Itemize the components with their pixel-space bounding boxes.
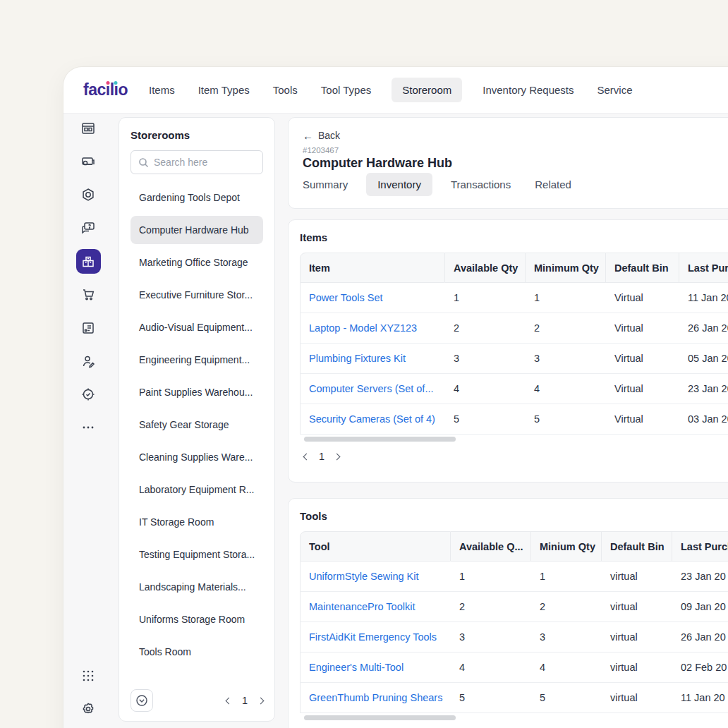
minimum-qty-cell: 1 xyxy=(526,283,606,313)
storeroom-list-item[interactable]: Engineering Equipment... xyxy=(131,346,263,374)
table-row: Security Cameras (Set of 4) 5 5 Virtual … xyxy=(300,404,728,435)
tool-link[interactable]: GreenThumb Pruning Shears xyxy=(300,683,451,713)
storeroom-list-item[interactable]: Uniforms Storage Room xyxy=(131,605,263,633)
storerooms-search-input[interactable] xyxy=(154,157,255,168)
storeroom-list-item[interactable]: Marketing Office Storage xyxy=(131,248,263,277)
minimum-qty-cell: 4 xyxy=(531,653,602,683)
nav-item-storeroom[interactable]: Storeroom xyxy=(392,78,462,102)
item-link[interactable]: Power Tools Set xyxy=(300,283,445,313)
minimum-qty-cell: 5 xyxy=(531,683,602,713)
tab-inventory[interactable]: Inventory xyxy=(366,173,432,196)
last-purchased-cell: 03 Jan 20 xyxy=(679,404,728,435)
storeroom-list-item[interactable]: Paint Supplies Warehou... xyxy=(131,378,263,406)
column-header-last-purchased: Last Purch xyxy=(672,531,728,562)
table-row: Engineer's Multi-Tool 4 4 virtual 02 Feb… xyxy=(300,653,728,683)
available-qty-cell: 4 xyxy=(445,374,526,404)
column-header-minimum-qty: Minium Qty xyxy=(531,531,602,562)
facilio-logo[interactable]: facılıo xyxy=(83,80,128,99)
tools-table: Tool Available Q... Minium Qty Default B… xyxy=(300,531,728,713)
storerooms-panel: Storerooms Gardening Tools Depot Compute… xyxy=(119,117,275,722)
nav-item-service[interactable]: Service xyxy=(597,84,633,96)
nav-item-tools[interactable]: Tools xyxy=(273,84,298,96)
back-button[interactable]: ← Back xyxy=(303,130,340,141)
items-section-card: Items Item Available Qty Minimum Qty Def… xyxy=(288,219,728,483)
hscrollbar-thumb[interactable] xyxy=(304,437,456,442)
collapse-panel-button[interactable] xyxy=(131,689,153,712)
page-title: Computer Hardware Hub xyxy=(303,156,728,171)
items-table-header-row: Item Available Qty Minimum Qty Default B… xyxy=(300,253,728,283)
requests-chat-icon[interactable] xyxy=(76,219,100,236)
current-page[interactable]: 1 xyxy=(319,451,324,462)
table-row: Power Tools Set 1 1 Virtual 11 Jan 20 xyxy=(300,283,728,313)
nav-item-item-types[interactable]: Item Types xyxy=(198,84,250,96)
service-gear-check-icon[interactable] xyxy=(76,386,100,403)
available-qty-cell: 1 xyxy=(445,283,526,313)
tab-related[interactable]: Related xyxy=(535,178,571,190)
default-bin-cell: Virtual xyxy=(606,374,679,404)
default-bin-cell: Virtual xyxy=(606,404,679,435)
vendor-person-icon[interactable] xyxy=(76,353,100,370)
item-link[interactable]: Laptop - Model XYZ123 xyxy=(300,313,445,344)
default-bin-cell: virtual xyxy=(602,562,672,592)
procurement-cart-icon[interactable] xyxy=(76,286,100,303)
prev-page-icon[interactable] xyxy=(303,453,310,460)
more-ellipsis-icon[interactable] xyxy=(76,419,100,436)
item-link[interactable]: Plumbing Fixtures Kit xyxy=(300,344,445,374)
storeroom-list-item[interactable]: Safety Gear Storage xyxy=(131,411,263,439)
storeroom-list-item[interactable]: Executive Furniture Stor... xyxy=(131,281,263,309)
storeroom-list-item[interactable]: Testing Equipment Stora... xyxy=(131,540,263,569)
logo-text-part: fac xyxy=(83,80,106,99)
tools-table-header-row: Tool Available Q... Minium Qty Default B… xyxy=(300,531,728,562)
tool-link[interactable]: Engineer's Multi-Tool xyxy=(300,653,451,683)
item-link[interactable]: Security Cameras (Set of 4) xyxy=(300,404,445,435)
tab-transactions[interactable]: Transactions xyxy=(451,178,511,190)
current-page[interactable]: 1 xyxy=(242,695,248,706)
tool-link[interactable]: FirstAidKit Emergency Tools xyxy=(300,622,451,653)
storeroom-list-item[interactable]: Cleaning Supplies Ware... xyxy=(131,443,263,471)
apps-grid-icon[interactable] xyxy=(63,668,113,684)
storeroom-box-icon[interactable] xyxy=(76,249,101,274)
default-bin-cell: Virtual xyxy=(606,313,679,344)
table-row: UniformStyle Sewing Kit 1 1 virtual 23 J… xyxy=(300,562,728,592)
storeroom-list-item[interactable]: Audio-Visual Equipment... xyxy=(131,313,263,341)
logo-i-pink-dot: ı xyxy=(106,80,110,99)
default-bin-cell: virtual xyxy=(602,592,672,622)
purchase-form-icon[interactable] xyxy=(76,320,100,336)
prev-page-icon[interactable] xyxy=(225,697,232,704)
storerooms-list: Gardening Tools Depot Computer Hardware … xyxy=(131,183,263,666)
storeroom-list-item[interactable]: Laboratory Equipment R... xyxy=(131,475,263,504)
devices-icon[interactable] xyxy=(76,153,100,170)
available-qty-cell: 1 xyxy=(451,562,531,592)
content-area: Storerooms Gardening Tools Depot Compute… xyxy=(63,113,728,728)
last-purchased-cell: 11 Jan 20 xyxy=(679,283,728,313)
storerooms-pagination: 1 xyxy=(226,695,263,706)
asset-gear-icon[interactable] xyxy=(76,186,100,203)
next-page-icon[interactable] xyxy=(334,453,341,460)
settings-gear-icon[interactable] xyxy=(63,701,113,717)
tools-section-card: Tools Tool Available Q... Minium Qty Def… xyxy=(288,498,728,728)
tool-link[interactable]: MaintenancePro Toolkit xyxy=(300,592,451,622)
tab-summary[interactable]: Summary xyxy=(303,178,348,190)
nav-item-inventory-requests[interactable]: Inventory Requests xyxy=(483,84,574,96)
storeroom-list-item-selected[interactable]: Computer Hardware Hub xyxy=(131,216,263,244)
hscrollbar-thumb[interactable] xyxy=(304,715,456,720)
items-section-title: Items xyxy=(300,231,728,243)
storeroom-list-item[interactable]: Tools Room xyxy=(131,638,263,666)
dashboard-icon[interactable] xyxy=(76,120,100,137)
default-bin-cell: virtual xyxy=(602,683,672,713)
available-qty-cell: 3 xyxy=(451,622,531,653)
column-header-tool: Tool xyxy=(300,531,451,562)
storeroom-list-item[interactable]: Gardening Tools Depot xyxy=(131,183,263,212)
nav-item-items[interactable]: Items xyxy=(149,84,175,96)
storerooms-panel-title: Storerooms xyxy=(131,129,263,141)
item-link[interactable]: Computer Servers (Set of... xyxy=(300,374,445,404)
next-page-icon[interactable] xyxy=(257,697,265,704)
storerooms-search xyxy=(131,150,263,174)
storeroom-list-item[interactable]: Landscaping Materials... xyxy=(131,573,263,601)
storeroom-list-item[interactable]: IT Storage Room xyxy=(131,508,263,536)
tool-link[interactable]: UniformStyle Sewing Kit xyxy=(300,562,451,592)
record-id: #1203467 xyxy=(303,146,728,154)
top-navigation: facılıo Items Item Types Tools Tool Type… xyxy=(63,67,728,113)
nav-item-tool-types[interactable]: Tool Types xyxy=(321,84,371,96)
table-row: GreenThumb Pruning Shears 5 5 virtual 11… xyxy=(300,683,728,713)
